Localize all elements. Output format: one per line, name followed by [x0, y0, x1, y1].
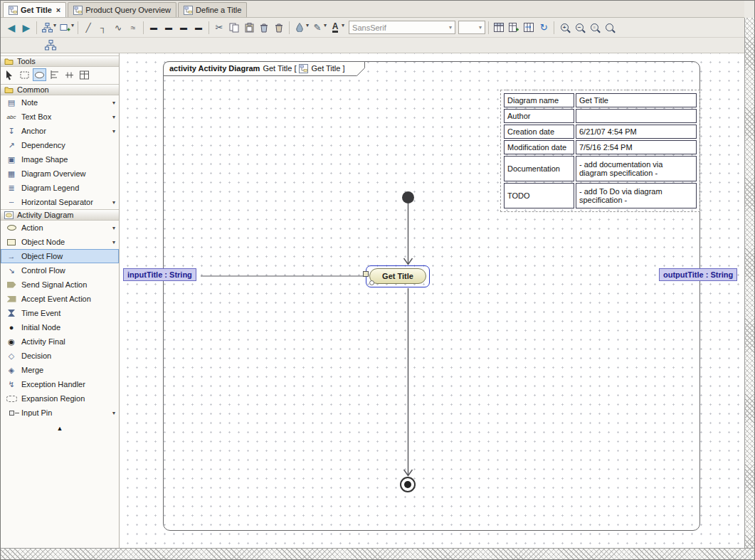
info-value-cell[interactable]: - add To Do via diagram specification -	[576, 183, 697, 208]
chevron-down-icon[interactable]: ▾	[449, 24, 452, 31]
close-tab-icon[interactable]: ×	[56, 6, 60, 14]
marquee-select-tool-button[interactable]	[18, 68, 31, 81]
palette-item-text-box[interactable]: abc Text Box ▾	[1, 110, 119, 124]
palette-item-anchor[interactable]: ↧ Anchor ▾	[1, 124, 119, 138]
output-flow-label[interactable]: outputTitle : String	[659, 268, 737, 281]
palette-item-dependency[interactable]: ↗ Dependency	[1, 138, 119, 152]
fill-color-icon[interactable]	[292, 21, 307, 35]
curved-path-icon[interactable]: ∿	[111, 21, 125, 35]
pointer-tool-button[interactable]	[3, 68, 16, 81]
palette-item-diagram-overview[interactable]: ▦ Diagram Overview	[1, 167, 119, 181]
dropdown-arrow-icon[interactable]: ▾	[112, 128, 115, 134]
font-size-combobox[interactable]: ▾	[458, 21, 485, 34]
cut-icon[interactable]: ✂	[212, 21, 226, 35]
dropdown-arrow-icon[interactable]: ▾	[112, 410, 115, 416]
order-back-icon[interactable]: ▬	[162, 21, 176, 35]
chevron-down-icon[interactable]: ▾	[479, 24, 482, 31]
palette-item-note[interactable]: ▤ Note ▾	[1, 95, 119, 110]
info-key-cell[interactable]: Documentation	[504, 156, 574, 181]
palette-item-horizontal-separator[interactable]: ┄ Horizontal Separator ▾	[1, 195, 119, 209]
table-columns-icon[interactable]	[522, 21, 536, 35]
palette-item-send-signal-action[interactable]: Send Signal Action	[1, 278, 119, 292]
zoom-selection-icon[interactable]	[602, 21, 616, 35]
zoom-fit-icon[interactable]: ▫	[587, 21, 601, 35]
dropdown-arrow-icon[interactable]: ▾	[112, 225, 115, 231]
dropdown-arrow-icon[interactable]: ▾	[112, 199, 115, 206]
palette-item-decision[interactable]: ◇ Decision	[1, 349, 119, 363]
palette-item-activity-final[interactable]: ◉ Activity Final	[1, 334, 119, 349]
dropdown-arrow-icon[interactable]: ▾	[112, 114, 115, 120]
palette-item-time-event[interactable]: Time Event	[1, 306, 119, 320]
forward-button[interactable]: ▶	[19, 21, 33, 35]
palette-item-object-flow[interactable]: → Object Flow	[1, 249, 119, 263]
oblique-path-icon[interactable]: ╱	[81, 21, 95, 35]
back-button[interactable]: ◀	[4, 21, 19, 35]
table-add-icon[interactable]	[507, 21, 521, 35]
align-tool-button[interactable]	[48, 68, 61, 81]
rectilinear-path-icon[interactable]: ┐	[96, 21, 110, 35]
palette-section-common[interactable]: Common	[1, 84, 119, 95]
action-node-get-title[interactable]: Get Title	[369, 268, 426, 284]
activity-final-node[interactable]	[400, 477, 416, 492]
info-value-cell[interactable]: - add documentation via diagram specific…	[576, 156, 697, 181]
dropdown-arrow-icon[interactable]: ▾	[342, 22, 344, 28]
input-flow-label[interactable]: inputTitle : String	[123, 268, 196, 281]
font-color-icon[interactable]: A	[328, 21, 342, 35]
paste-icon[interactable]	[242, 21, 256, 35]
dropdown-arrow-icon[interactable]: ▾	[112, 239, 115, 245]
clone-icon[interactable]	[272, 21, 286, 35]
tab-get-title[interactable]: Get Title ×	[3, 2, 66, 17]
info-value-cell[interactable]: 7/5/16 2:54 PM	[576, 140, 697, 154]
frame-title[interactable]: activity Activity Diagram Get Title [ Ge…	[163, 61, 365, 76]
palette-item-expansion-region[interactable]: Expansion Region	[1, 391, 119, 406]
palette-item-diagram-legend[interactable]: ≣ Diagram Legend	[1, 181, 119, 195]
palette-scroll-up-icon[interactable]: ▲	[1, 420, 119, 432]
connector-tool-button[interactable]	[33, 68, 46, 81]
zoom-out-icon[interactable]: −	[572, 21, 586, 35]
delete-icon[interactable]	[257, 21, 271, 35]
palette-item-accept-event-action[interactable]: Accept Event Action	[1, 292, 119, 306]
info-key-cell[interactable]: Creation date	[504, 125, 574, 139]
palette-item-object-node[interactable]: Object Node ▾	[1, 235, 119, 249]
send-backward-icon[interactable]: ▬	[191, 21, 206, 35]
info-value-cell[interactable]: Get Title	[576, 93, 697, 107]
swimlane-tool-button[interactable]	[78, 68, 91, 81]
font-family-combobox[interactable]: SansSerif ▾	[349, 21, 455, 34]
dropdown-arrow-icon[interactable]: ▾	[53, 22, 56, 28]
pin-drag-handle[interactable]	[369, 280, 374, 285]
line-color-icon[interactable]: ✎	[310, 21, 324, 35]
object-flow-pin[interactable]	[363, 271, 369, 277]
dropdown-arrow-icon[interactable]: ▾	[306, 22, 309, 28]
info-key-cell[interactable]: TODO	[504, 183, 574, 208]
spline-path-icon[interactable]: ≈	[126, 21, 140, 35]
copy-icon[interactable]	[227, 21, 241, 35]
action-selection-border[interactable]: Get Title	[366, 265, 430, 287]
palette-item-input-pin[interactable]: Input Pin ▾	[1, 406, 119, 420]
zoom-in-icon[interactable]: +	[557, 21, 571, 35]
info-value-cell[interactable]	[576, 109, 697, 123]
create-diagram-icon[interactable]	[58, 21, 72, 35]
dropdown-arrow-icon[interactable]: ▾	[71, 22, 74, 28]
tab-define-a-title[interactable]: Define a Title	[178, 2, 247, 17]
palette-section-activity-diagram[interactable]: Activity Diagram	[1, 209, 119, 221]
initial-node[interactable]	[402, 191, 414, 204]
table-icon[interactable]	[492, 21, 506, 35]
dropdown-arrow-icon[interactable]: ▾	[324, 22, 327, 28]
palette-item-merge[interactable]: ◈ Merge	[1, 363, 119, 377]
palette-section-tools[interactable]: Tools	[1, 56, 119, 67]
tab-product-query-overview[interactable]: Product Query Overview	[68, 2, 176, 17]
info-key-cell[interactable]: Author	[504, 109, 574, 123]
related-elements-icon[interactable]	[43, 38, 58, 53]
palette-item-image-shape[interactable]: ▣ Image Shape	[1, 152, 119, 167]
palette-item-exception-handler[interactable]: ↯ Exception Handler	[1, 377, 119, 391]
bring-forward-icon[interactable]: ▬	[176, 21, 191, 35]
diagram-canvas[interactable]: activity Activity Diagram Get Title [ Ge…	[120, 53, 744, 548]
info-value-cell[interactable]: 6/21/07 4:54 PM	[576, 125, 697, 139]
palette-item-control-flow[interactable]: ↘ Control Flow	[1, 263, 119, 278]
dropdown-arrow-icon[interactable]: ▾	[112, 100, 115, 106]
palette-item-action[interactable]: Action ▾	[1, 221, 119, 235]
info-key-cell[interactable]: Diagram name	[504, 93, 574, 107]
distribute-tool-button[interactable]	[63, 68, 76, 81]
refresh-icon[interactable]: ↻	[537, 21, 551, 35]
order-front-icon[interactable]: ▬	[147, 21, 161, 35]
